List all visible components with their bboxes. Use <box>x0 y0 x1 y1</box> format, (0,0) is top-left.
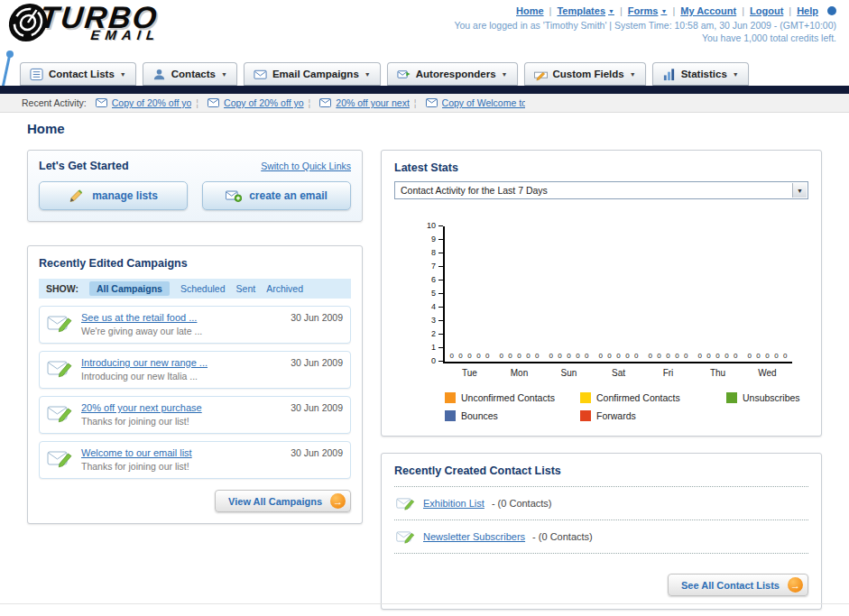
top-nav-label: Templates <box>557 5 605 16</box>
manage-lists-label: manage lists <box>92 189 158 202</box>
top-nav-logout[interactable]: Logout <box>750 5 783 16</box>
filter-tab-scheduled[interactable]: Scheduled <box>180 283 226 294</box>
value-label: 0 <box>508 352 512 360</box>
value-label: 0 <box>476 352 480 360</box>
campaign-row: Introducing our new range ... Introducin… <box>39 351 351 389</box>
value-label: 0 <box>567 352 570 360</box>
value-label: 0 <box>697 352 701 360</box>
campaigns-filter-bar: SHOW: All Campaigns Scheduled Sent Archi… <box>39 279 351 299</box>
custom-fields-icon <box>534 68 548 81</box>
y-tick-label: 5 <box>431 290 436 298</box>
tab-email-campaigns[interactable]: Email Campaigns ▼ <box>244 62 381 86</box>
campaign-date: 30 Jun 2009 <box>291 312 343 337</box>
create-email-button[interactable]: create an email <box>202 181 351 210</box>
top-nav-help[interactable]: Help <box>797 5 818 16</box>
autoresponders-icon <box>397 68 411 81</box>
legend-label: Unconfirmed Contacts <box>461 392 555 403</box>
separator: | <box>672 5 675 16</box>
top-nav-forms[interactable]: Forms▼ <box>628 5 668 16</box>
stats-filter-dropdown[interactable]: Contact Activity for the Last 7 Days ▼ <box>394 181 808 199</box>
value-label: 0 <box>458 352 462 360</box>
value-label: 0 <box>765 352 769 360</box>
see-all-contact-lists-button[interactable]: See All Contact Lists → <box>668 574 808 596</box>
chart-x-labels: TueMonSunSatFriThuWed <box>445 368 792 378</box>
recent-activity-bar: Recent Activity: Copy of 20% off yo ¦ Co… <box>0 94 849 113</box>
arrow-right-icon: → <box>330 493 346 509</box>
y-tick-label: 1 <box>431 344 436 352</box>
top-nav-home[interactable]: Home <box>516 5 544 16</box>
y-tick-label: 3 <box>431 317 436 325</box>
filter-tab-all-campaigns[interactable]: All Campaigns <box>89 281 170 296</box>
recent-campaigns-panel: Recently Edited Campaigns SHOW: All Camp… <box>27 245 363 524</box>
top-nav-label: My Account <box>680 5 736 16</box>
chevron-down-icon: ▼ <box>365 71 371 78</box>
recent-activity-link[interactable]: Copy of Welcome to <box>442 97 525 108</box>
tab-statistics[interactable]: Statistics ▼ <box>652 62 749 86</box>
value-label: 0 <box>576 352 579 360</box>
top-nav-templates[interactable]: Templates▼ <box>557 5 614 16</box>
chart-value-labels: 00000000000000000000000000000000000 <box>445 352 792 360</box>
y-tick-label: 0 <box>431 357 436 365</box>
chevron-down-icon: ▼ <box>221 71 227 78</box>
value-label: 0 <box>747 352 751 360</box>
tab-label: Contacts <box>171 69 216 79</box>
campaign-edit-icon <box>47 447 74 473</box>
value-label: 0 <box>648 352 651 360</box>
tab-custom-fields[interactable]: Custom Fields ▼ <box>524 62 646 86</box>
value-label-group: 00000 <box>743 352 792 360</box>
logo-text: TURBO EMAIL <box>38 2 163 42</box>
contact-list-link[interactable]: Exhibition List <box>423 498 484 509</box>
value-label: 0 <box>467 352 471 360</box>
campaign-info: Introducing our new range ... Introducin… <box>81 357 283 382</box>
filter-tab-sent[interactable]: Sent <box>236 283 256 294</box>
value-label-group: 00000 <box>594 352 643 360</box>
tab-contact-lists[interactable]: Contact Lists ▼ <box>20 62 136 86</box>
chevron-down-icon: ▼ <box>660 8 667 14</box>
value-label: 0 <box>634 352 638 360</box>
campaign-title-link[interactable]: Welcome to our email list <box>81 447 283 458</box>
top-nav-my-account[interactable]: My Account <box>680 5 736 16</box>
tab-label: Autoresponders <box>416 69 496 79</box>
campaign-title-link[interactable]: Introducing our new range ... <box>81 357 283 368</box>
tab-contacts[interactable]: Contacts ▼ <box>143 62 237 86</box>
email-icon <box>96 98 107 107</box>
recent-activity-link[interactable]: 20% off your next <box>336 97 410 108</box>
campaign-title-link[interactable]: See us at the retail food ... <box>81 312 283 323</box>
campaign-row: See us at the retail food ... We're givi… <box>39 306 351 344</box>
value-label-group: 00000 <box>494 352 544 360</box>
show-label: SHOW: <box>46 283 78 294</box>
legend-label: Bounces <box>461 410 498 421</box>
value-label: 0 <box>549 352 552 360</box>
contacts-icon <box>152 68 166 81</box>
value-label: 0 <box>598 352 602 360</box>
logo-line2: EMAIL <box>90 27 161 42</box>
legend-entry: Confirmed Contacts <box>580 392 726 403</box>
help-icon[interactable] <box>827 6 836 15</box>
y-tick-label: 10 <box>427 222 436 230</box>
value-label: 0 <box>756 352 760 360</box>
recent-activity-link[interactable]: Copy of 20% off yo <box>224 97 304 108</box>
recent-activity-link[interactable]: Copy of 20% off yo <box>112 97 192 108</box>
manage-lists-button[interactable]: manage lists <box>39 181 188 210</box>
value-label: 0 <box>499 352 503 360</box>
value-label: 0 <box>706 352 710 360</box>
campaign-title-link[interactable]: 20% off your next purchase <box>81 402 283 413</box>
view-all-campaigns-button[interactable]: View All Campaigns → <box>215 490 351 512</box>
contact-list-link[interactable]: Newsletter Subscribers <box>423 531 525 542</box>
separator: | <box>549 5 552 16</box>
value-label: 0 <box>585 352 588 360</box>
value-label: 0 <box>616 352 620 360</box>
value-label: 0 <box>684 352 688 360</box>
value-label: 0 <box>558 352 561 360</box>
value-label: 0 <box>517 352 521 360</box>
filter-tab-archived[interactable]: Archived <box>266 283 303 294</box>
create-email-label: create an email <box>249 189 328 202</box>
tab-autoresponders[interactable]: Autoresponders ▼ <box>387 62 518 86</box>
tab-label: Contact Lists <box>49 69 115 79</box>
header-right: Home | Templates▼ | Forms▼ | My Account … <box>454 5 836 43</box>
footer-divider <box>0 603 849 604</box>
switch-quick-links-link[interactable]: Switch to Quick Links <box>261 161 351 171</box>
contact-list-row: Newsletter Subscribers - (0 Contacts) <box>394 520 808 554</box>
email-campaigns-icon <box>254 68 267 81</box>
campaign-subtitle: We're giving away our late ... <box>81 326 283 336</box>
